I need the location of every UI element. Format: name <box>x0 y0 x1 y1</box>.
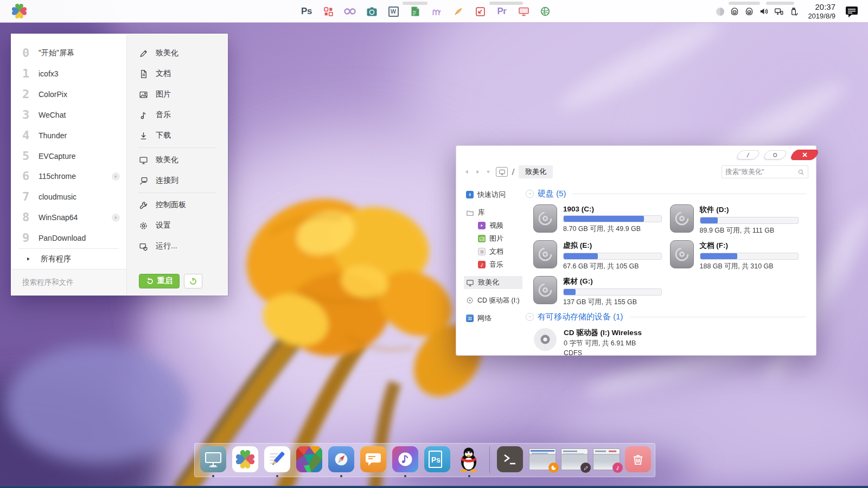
screenshot-tool-icon[interactable] <box>469 0 491 23</box>
place-computer-zhutix[interactable]: 致美化 <box>127 150 227 170</box>
dock-music[interactable] <box>392 446 418 472</box>
close-button[interactable] <box>789 150 820 160</box>
drive-f[interactable]: 文档 (F:) 188 GB 可用, 共 310 GB <box>670 240 807 271</box>
dock-browser-compass[interactable] <box>328 446 354 472</box>
minimize-button[interactable] <box>735 150 761 159</box>
start-item-wechat[interactable]: 3 WeChat <box>11 105 126 125</box>
sidebar-network[interactable]: 网络 <box>464 312 522 325</box>
network-status-icon[interactable] <box>774 7 784 16</box>
place-downloads[interactable]: 下载 <box>127 125 227 146</box>
volume-icon[interactable] <box>759 7 769 16</box>
dock-terminal[interactable] <box>497 446 523 472</box>
restart-button[interactable]: 重启 <box>139 274 180 288</box>
start-menu-program-list: 0 "开始"屏幕 1 icofx3 2 ColorPix 3 WeChat 4 … <box>11 34 126 295</box>
start-item-thunder[interactable]: 4 Thunder <box>11 125 126 146</box>
drive-g[interactable]: 素材 (G:) 137 GB 可用, 共 155 GB <box>533 276 670 307</box>
submenu-arrow-icon <box>112 172 120 181</box>
dock-window-preview-browser[interactable] <box>529 446 555 472</box>
drive-d[interactable]: 软件 (D:) 89.9 GB 可用, 共 111 GB <box>670 204 807 235</box>
clock[interactable]: 20:37 2019/8/9 <box>808 2 835 21</box>
photoshop-menubar-icon[interactable]: Ps <box>296 0 317 23</box>
feather-glyph <box>454 7 463 16</box>
maxthon-browser-icon[interactable] <box>426 0 448 23</box>
dock-photos-mosaic[interactable] <box>296 446 322 472</box>
network-globe-icon[interactable] <box>534 0 556 23</box>
clock-date: 2019/8/9 <box>808 12 835 21</box>
start-item-pandownload[interactable]: 9 PanDownload <box>11 228 126 248</box>
documents-icon <box>478 248 486 255</box>
place-connect-to[interactable]: 连接到 <box>127 170 227 191</box>
start-item-icofx3[interactable]: 1 icofx3 <box>11 63 126 84</box>
start-item-evcapture[interactable]: 5 EVCapture <box>11 146 126 166</box>
dock-trash[interactable] <box>625 446 651 472</box>
security-mascot-icon[interactable] <box>730 7 739 16</box>
tray-faded-app-icon[interactable] <box>716 7 725 16</box>
word-app-icon[interactable]: W <box>382 0 404 23</box>
sidebar-videos[interactable]: 视频 <box>476 219 522 232</box>
divider <box>629 317 807 317</box>
dock-window-preview-editor[interactable] <box>561 446 587 472</box>
place-run[interactable]: 运行... <box>127 236 227 256</box>
dock-finder-computer[interactable] <box>200 446 226 472</box>
dock-messages[interactable] <box>360 446 386 472</box>
infinity-app-icon[interactable] <box>339 0 361 23</box>
numeral-8-icon: 8 <box>22 211 39 223</box>
dock-photoshop[interactable]: Ps <box>424 446 450 472</box>
dock-window-preview-music[interactable] <box>593 446 619 472</box>
feather-pen-icon[interactable] <box>448 0 469 23</box>
close-icon <box>802 152 807 157</box>
power-button[interactable] <box>184 274 202 288</box>
breadcrumb-current[interactable]: 致美化 <box>519 165 553 178</box>
sidebar-this-pc-zhutix[interactable]: 致美化 <box>464 276 522 289</box>
layout-grid-icon[interactable] <box>317 0 339 23</box>
place-pictures[interactable]: 图片 <box>127 84 227 105</box>
start-item-winsnap64[interactable]: 8 WinSnap64 <box>11 207 126 228</box>
back-icon[interactable] <box>464 169 470 175</box>
sidebar-libraries[interactable]: 库 <box>464 206 522 219</box>
place-zhutix-profile[interactable]: 致美化 <box>127 43 227 63</box>
place-music[interactable]: 音乐 <box>127 105 227 125</box>
dock-text-editor[interactable] <box>264 446 290 472</box>
drive-e[interactable]: 虚拟 (E:) 67.6 GB 可用, 共 105 GB <box>533 240 670 271</box>
pictures-icon <box>478 235 486 242</box>
start-item-cloudmusic[interactable]: 7 cloudmusic <box>11 187 126 207</box>
dock-qq[interactable] <box>456 446 482 472</box>
power-icon <box>189 277 197 285</box>
window-controls <box>738 150 812 160</box>
dock-zhutix-clover[interactable] <box>232 446 258 472</box>
sidebar-quick-access[interactable]: 快速访问 <box>464 188 522 201</box>
photoshop-icon: Ps <box>424 446 450 472</box>
place-control-panel[interactable]: 控制面板 <box>127 195 227 215</box>
start-item-colorpix[interactable]: 2 ColorPix <box>11 84 126 105</box>
maximize-button[interactable] <box>762 150 788 159</box>
security-mascot-check-icon[interactable] <box>744 7 754 16</box>
connect-icon <box>139 176 148 185</box>
all-programs-item[interactable]: 所有程序 <box>11 249 126 269</box>
start-menu-search-input[interactable] <box>22 278 118 286</box>
start-item-115chrome[interactable]: 6 115chrome <box>11 166 126 187</box>
explorer-search-input[interactable] <box>725 168 795 176</box>
sidebar-music[interactable]: 音乐 <box>476 258 522 271</box>
forward-icon[interactable] <box>475 169 481 175</box>
this-pc-icon[interactable] <box>496 167 508 177</box>
drive-c[interactable]: 1903 (C:) 8.70 GB 可用, 共 49.9 GB <box>533 204 670 235</box>
sidebar-pictures[interactable]: 图片 <box>476 232 522 245</box>
notification-center-icon[interactable] <box>845 5 858 18</box>
start-logo[interactable] <box>0 4 38 18</box>
window-thumbnail <box>561 448 588 470</box>
place-settings[interactable]: 设置 <box>127 215 227 236</box>
start-item-start-screen[interactable]: 0 "开始"屏幕 <box>11 43 126 63</box>
usb-device-icon[interactable] <box>789 7 799 16</box>
explorer-sidebar: 快速访问 库 视频 图片 文档 <box>456 183 522 355</box>
dock: Ps <box>194 443 655 477</box>
cd-drive-item[interactable]: CD 驱动器 (I:) Wireless 0 字节 可用, 共 6.91 MB … <box>533 328 806 358</box>
start-menu: 0 "开始"屏幕 1 icofx3 2 ColorPix 3 WeChat 4 … <box>11 34 228 296</box>
sidebar-documents[interactable]: 文档 <box>476 245 522 258</box>
place-documents[interactable]: 文档 <box>127 63 227 84</box>
collapse-chevron-icon[interactable] <box>526 190 534 198</box>
sidebar-cd-drive[interactable]: CD 驱动器 (I:) <box>464 294 522 307</box>
folder-icon <box>466 209 474 217</box>
collapse-chevron-icon[interactable] <box>526 313 534 321</box>
camera-app-icon[interactable] <box>361 0 382 23</box>
history-dropdown-icon[interactable] <box>486 169 491 175</box>
